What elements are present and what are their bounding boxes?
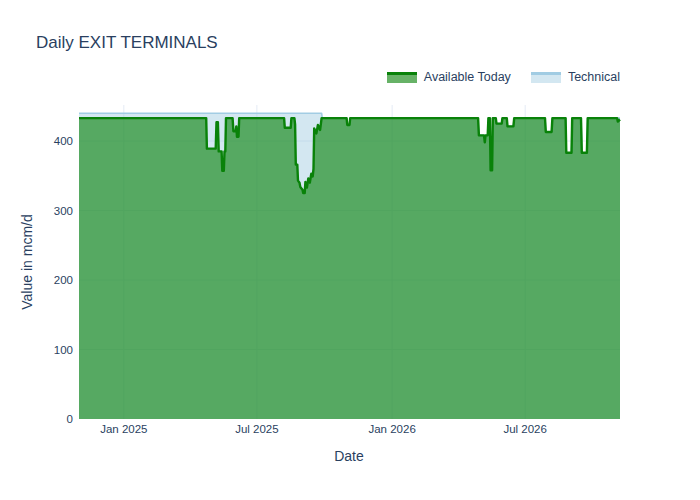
x-tick-label: Jul 2025 <box>235 423 278 435</box>
plotly-figure: 0100200300400Jan 2025Jul 2025Jan 2026Jul… <box>0 0 700 500</box>
legend: Available Today Technical <box>0 70 620 84</box>
legend-item-available-today[interactable]: Available Today <box>387 70 511 84</box>
available-today-swatch-icon <box>387 72 417 83</box>
y-tick-label: 100 <box>54 344 73 356</box>
y-tick-label: 300 <box>54 205 73 217</box>
x-tick-label: Jul 2026 <box>503 423 546 435</box>
y-tick-label: 200 <box>54 274 73 286</box>
technical-swatch-icon <box>531 72 561 83</box>
x-axis-title: Date <box>334 448 364 464</box>
x-tick-label: Jan 2025 <box>100 423 147 435</box>
legend-label: Technical <box>568 70 620 84</box>
legend-label: Available Today <box>424 70 511 84</box>
legend-item-technical[interactable]: Technical <box>531 70 620 84</box>
x-tick-label: Jan 2026 <box>368 423 415 435</box>
y-axis-title: Value in mcm/d <box>19 214 35 309</box>
y-tick-label: 0 <box>67 413 73 425</box>
chart-title: Daily EXIT TERMINALS <box>36 33 218 53</box>
y-tick-label: 400 <box>54 135 73 147</box>
available-today-area <box>79 118 620 419</box>
